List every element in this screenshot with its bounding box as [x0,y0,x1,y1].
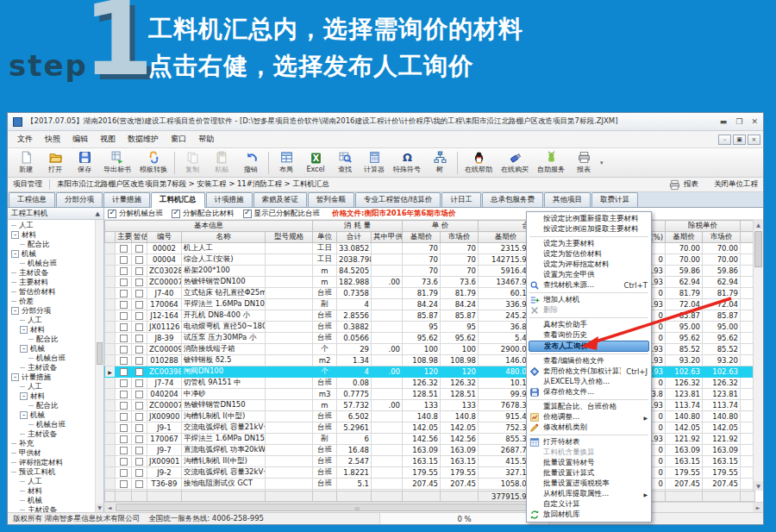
checkbox-checked-icon[interactable] [243,210,252,218]
major-checkbox-cell[interactable] [116,467,132,479]
tab-9[interactable]: 总承包服务费 [482,192,543,207]
context-menu-item-7[interactable]: 查找材机来源...Ctrl+T [527,280,651,291]
major-checkbox-cell[interactable] [116,490,132,491]
tree-item-10[interactable]: 人工 [8,316,103,325]
tree-item-22[interactable]: 主材设备 [8,429,103,439]
tab-10[interactable]: 其他项目 [544,192,591,207]
table-row[interactable]: JX01126电动煨弯机 直径50~180mm台班0.3882959536.88… [105,322,755,333]
context-menu-item-6[interactable]: 设置为完全甲供 [527,270,651,280]
tree-item-20[interactable]: -机械 [8,410,103,420]
option-checkbox-0[interactable]: 分解机械台班 [108,209,163,219]
temp-checkbox-cell[interactable] [132,411,147,422]
context-menu-item-14[interactable]: 发布人工询价 [529,341,649,352]
scroll-down-icon[interactable]: ▼ [96,504,103,512]
temp-checkbox-cell[interactable] [132,400,147,411]
collapse-icon[interactable]: - [11,373,19,381]
tree-item-0[interactable]: 人工 [8,221,103,230]
tree-item-12[interactable]: 配合比 [8,335,103,344]
scroll-up-icon[interactable]: ▲ [754,220,763,229]
tree-item-6[interactable]: 主要材料 [8,278,103,287]
menubar-item-2[interactable]: 编辑 [66,132,94,147]
context-menu-item-29[interactable]: 批量设置进项税税率 [527,479,651,489]
table-row[interactable]: ▶ZC00398~2闸阀DN100个4.00120120480.0016.931… [105,366,755,378]
checkbox-icon[interactable] [135,323,143,331]
major-checkbox-cell[interactable] [116,344,132,355]
table-row[interactable]: 170067平焊法兰 1.6MPa DN150副6142.56142.56855… [105,434,755,445]
checkbox-icon[interactable] [135,435,143,443]
tree-item-18[interactable]: -材料 [8,391,103,401]
major-checkbox-cell[interactable] [116,254,132,266]
checkbox-icon[interactable] [120,368,128,376]
table-row[interactable]: JX00901沟槽轧制机 II(中型)台班2.547163.15163.1541… [105,456,755,467]
checkbox-icon[interactable] [120,480,128,488]
temp-checkbox-cell[interactable] [132,378,147,389]
sidebar-scrollbar[interactable]: ▼ [95,220,103,512]
checkbox-icon[interactable] [135,346,143,354]
checkbox-icon[interactable] [135,379,143,387]
checkbox-icon[interactable] [135,256,143,264]
collapse-icon[interactable]: - [20,411,28,419]
tree-item-9[interactable]: -分部分项 [8,306,103,316]
tree-item-25[interactable]: 评标指定材料 [8,458,103,467]
tab-4[interactable]: 计项措施 [206,192,253,207]
checkbox-icon[interactable] [135,312,143,320]
tab-5[interactable]: 索赔及签证 [253,192,308,207]
mdi-close-icon[interactable]: × [748,135,760,145]
major-checkbox-cell[interactable] [116,479,132,490]
tab-0[interactable]: 工程信息 [9,192,55,207]
checkbox-icon[interactable] [120,469,128,477]
checkbox-icon[interactable] [135,458,143,466]
toolbar-layout-button[interactable]: 布局 [272,149,301,177]
checkbox-icon[interactable] [120,290,128,297]
tree-item-1[interactable]: -材料 [8,230,103,240]
checkbox-icon[interactable] [120,357,128,365]
toolbar-omega-button[interactable]: Ω特殊符号 [389,149,425,177]
toolbar-export-button[interactable]: 导出标书 [99,149,135,177]
checkbox-icon[interactable] [120,435,128,443]
temp-checkbox-cell[interactable] [132,243,147,254]
temp-checkbox-cell[interactable] [132,344,147,355]
checkbox-icon[interactable] [120,424,128,432]
collapse-icon[interactable]: - [20,345,28,353]
temp-checkbox-cell[interactable] [132,445,147,456]
toolbar-undo-button[interactable]: 撤销 [236,149,266,177]
table-row[interactable]: 00004综合人工(安装)工日2038.7987070142715.91070.… [105,254,755,266]
context-menu-item-28[interactable]: 批量设置计算式 [527,468,651,479]
checkbox-icon[interactable] [120,391,128,398]
tree-item-24[interactable]: 甲供材 [8,448,103,458]
toolbar-printer-button[interactable]: 报表 [569,149,598,177]
temp-checkbox-cell[interactable] [132,299,147,310]
temp-checkbox-cell[interactable] [132,266,147,277]
major-checkbox-cell[interactable] [116,333,132,344]
context-menu-item-22[interactable]: 价格调整...▶ [527,412,651,422]
checkbox-icon[interactable] [135,447,143,454]
collapse-up-icon[interactable]: ▲ [96,210,100,217]
major-checkbox-cell[interactable] [116,445,132,456]
checkbox-icon[interactable] [135,301,143,309]
context-menu-item-5[interactable]: 设定为评标指定材料 [527,260,651,270]
context-menu-item-1[interactable]: 按设定比例追加提取主要材料 [527,224,651,235]
major-checkbox-cell[interactable] [116,266,132,277]
context-menu-item-21[interactable]: 重算配合比、台班价格 [527,402,651,412]
major-checkbox-cell[interactable] [116,277,132,288]
table-row[interactable]: J9-1交流电弧焊机 容量21kV·A台班5.2961142.05142.057… [105,422,755,434]
tree-item-30[interactable]: 主材设备 [8,505,103,512]
tab-3[interactable]: 工料机汇总 [151,192,205,208]
checkbox-icon[interactable] [120,447,128,454]
table-row[interactable]: J7-40立式钻床 钻孔直径Φ25mm台班0.735881.7981.7960.… [105,288,755,299]
table-row[interactable]: ZC00007~1热镀锌钢管DN150m57.732.001331337678.… [105,400,755,411]
temp-checkbox-cell[interactable] [132,422,147,434]
context-menu-item-19[interactable]: 保存价格文件... [527,387,651,397]
context-menu-item-12[interactable]: 真材实价助手 [527,320,651,330]
checkbox-icon[interactable] [135,335,143,342]
collapse-icon[interactable]: - [11,231,19,239]
checkbox-icon[interactable] [135,402,143,410]
temp-checkbox-cell[interactable] [132,310,147,322]
menubar-item-4[interactable]: 数据维护 [122,132,165,147]
major-checkbox-cell[interactable] [116,434,132,445]
checkbox-icon[interactable] [120,256,128,264]
scroll-right-icon[interactable]: ► [753,503,763,512]
context-menu-item-3[interactable]: 设定为主要材料 [527,239,651,249]
context-menu-item-27[interactable]: 批量设置特材号 [527,458,651,468]
context-menu-item-0[interactable]: 按设定比例重新提取主要材料 [527,214,651,224]
